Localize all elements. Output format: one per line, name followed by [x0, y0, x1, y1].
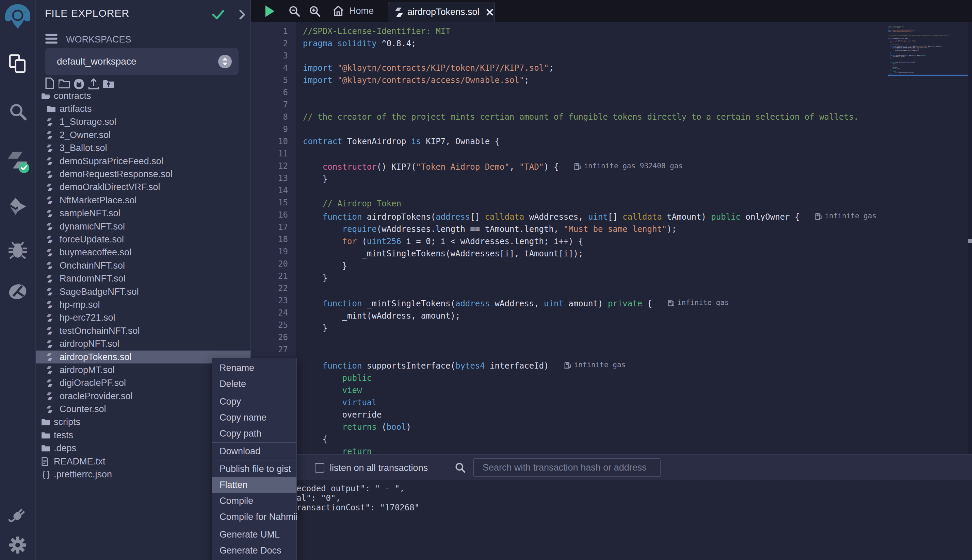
- tree-item-nftmarketplace-sol[interactable]: NftMarketPlace.sol: [36, 194, 251, 207]
- github-icon[interactable]: [73, 78, 85, 90]
- tree-item-label: airdropMT.sol: [60, 365, 115, 375]
- context-menu-item-publish-file-to-gist[interactable]: Publish file to gist: [212, 461, 296, 477]
- tab-airdroptokens[interactable]: airdropTokens.sol: [388, 2, 495, 22]
- tree-item-demosuprapricefeed-sol[interactable]: demoSupraPriceFeed.sol: [36, 155, 251, 168]
- klaytn-icon[interactable]: [0, 282, 35, 302]
- tree-item-testonchainnft-sol[interactable]: testOnchainNFT.sol: [36, 324, 251, 337]
- tree-item-airdropnft-sol[interactable]: airdropNFT.sol: [36, 337, 251, 350]
- app-logo-icon[interactable]: [0, 4, 35, 31]
- upload-file-icon[interactable]: [88, 78, 99, 90]
- deploy-run-icon[interactable]: [0, 197, 35, 216]
- terminal-toolbar: listen on all transactions: [251, 454, 972, 480]
- tree-item-buymeacoffee-sol[interactable]: buymeacoffee.sol: [36, 246, 251, 259]
- debugger-icon[interactable]: [0, 240, 35, 260]
- tree-item-label: SageBadgeNFT.sol: [60, 287, 139, 297]
- tree-item-label: 2_Owner.sol: [60, 130, 110, 140]
- editor-scrollbar-handle[interactable]: [968, 239, 972, 243]
- context-menu-item-copy[interactable]: Copy: [212, 394, 296, 410]
- tree-item-label: scripts: [54, 417, 80, 427]
- listen-transactions-checkbox[interactable]: [315, 463, 325, 473]
- sol-icon: [47, 196, 52, 204]
- tree-item-label: README.txt: [54, 456, 105, 467]
- tree-item-hp-mp-sol[interactable]: hp-mp.sol: [36, 298, 251, 311]
- sol-icon: [47, 300, 52, 309]
- tree-item-sagebadgenft-sol[interactable]: SageBadgeNFT.sol: [36, 285, 251, 298]
- gas-estimate-hint: infinite gas: [815, 210, 877, 222]
- context-menu-item-delete[interactable]: Delete: [212, 376, 296, 392]
- zoom-in-icon[interactable]: [309, 5, 321, 17]
- terminal-search-field[interactable]: [473, 458, 661, 477]
- tree-item-label: OnchainNFT.sol: [60, 260, 125, 271]
- terminal-output: "decoded output": " - ","val": "0","tran…: [286, 484, 419, 512]
- tree-item-demorequestresponse-sol[interactable]: demoRequestResponse.sol: [36, 168, 251, 180]
- plugin-manager-icon[interactable]: [0, 506, 35, 526]
- tree-item-label: .deps: [54, 443, 76, 453]
- code-editor[interactable]: 1234567891011121314151617181920212223242…: [251, 22, 972, 454]
- zoom-out-icon[interactable]: [289, 5, 300, 17]
- tree-item-label: .prettierrc.json: [54, 469, 112, 480]
- context-menu-item-copy-path[interactable]: Copy path: [212, 426, 296, 442]
- workspaces-menu-icon[interactable]: [45, 34, 57, 44]
- new-file-icon[interactable]: [45, 78, 55, 89]
- tree-item-label: buymeacoffee.sol: [60, 247, 131, 258]
- tab-home[interactable]: Home: [332, 0, 374, 22]
- tree-item-onchainnft-sol[interactable]: OnchainNFT.sol: [36, 259, 251, 272]
- tab-close-icon[interactable]: [486, 8, 494, 16]
- tree-item-label: demoRequestResponse.sol: [60, 169, 172, 180]
- tree-item-dynamicnft-sol[interactable]: dynamicNFT.sol: [36, 220, 251, 233]
- tree-item-forceupdate-sol[interactable]: forceUpdate.sol: [36, 233, 251, 246]
- tree-item-label: Counter.sol: [60, 404, 106, 415]
- context-menu-item-flatten[interactable]: Flatten: [212, 477, 296, 493]
- context-menu-item-compile-for-nahmii[interactable]: Compile for Nahmii: [212, 509, 296, 525]
- terminal-panel: listen on all transactions "decoded outp…: [251, 454, 972, 560]
- sol-icon: [47, 327, 52, 335]
- tree-item-1-storage-sol[interactable]: 1_Storage.sol: [36, 116, 251, 128]
- tree-item-demoorakldirectvrf-sol[interactable]: demoOraklDirectVRF.sol: [36, 181, 251, 194]
- tree-item-artifacts[interactable]: artifacts: [36, 102, 251, 115]
- tree-item-label: airdropNFT.sol: [60, 338, 119, 349]
- workspace-select[interactable]: default_workspace: [45, 48, 239, 75]
- sol-icon: [47, 366, 52, 374]
- gas-estimate-hint: infinite gas 932400 gas: [574, 160, 683, 172]
- sol-icon: [47, 170, 52, 178]
- tree-item-label: demoOraklDirectVRF.sol: [60, 182, 160, 192]
- settings-gear-icon[interactable]: [0, 536, 35, 554]
- context-menu-divider: [212, 393, 296, 393]
- tree-item-hp-erc721-sol[interactable]: hp-erc721.sol: [36, 312, 251, 324]
- tree-item-randomnft-sol[interactable]: RandomNFT.sol: [36, 272, 251, 285]
- context-menu-item-generate-docs[interactable]: Generate Docs: [212, 543, 296, 558]
- context-menu-divider: [212, 460, 296, 460]
- tree-item-2-owner-sol[interactable]: 2_Owner.sol: [36, 128, 251, 142]
- solidity-compiler-icon[interactable]: [0, 150, 35, 173]
- search-icon[interactable]: [0, 102, 35, 121]
- context-menu-item-generate-uml[interactable]: Generate UML: [212, 527, 296, 543]
- doc-icon: [41, 457, 49, 466]
- tree-item-label: airdropTokens.sol: [60, 352, 132, 362]
- sol-icon: [47, 379, 52, 387]
- tree-item-3-ballot-sol[interactable]: 3_Ballot.sol: [36, 142, 251, 155]
- folder-open-icon: [41, 92, 50, 100]
- upload-folder-icon[interactable]: [103, 79, 114, 88]
- check-icon: [212, 10, 225, 20]
- context-menu-item-compile[interactable]: Compile: [212, 493, 296, 509]
- sol-icon: [47, 222, 52, 230]
- tree-item-samplenft-sol[interactable]: sampleNFT.sol: [36, 207, 251, 220]
- workspace-select-arrows-icon: [218, 55, 232, 68]
- context-menu-item-copy-name[interactable]: Copy name: [212, 410, 296, 426]
- tree-item-label: RandomNFT.sol: [60, 273, 125, 284]
- tree-item-label: forceUpdate.sol: [60, 234, 124, 245]
- file-explorer-icon[interactable]: [0, 54, 35, 73]
- context-menu-item-rename[interactable]: Rename: [212, 360, 296, 376]
- workspaces-label: WORKSPACES: [66, 34, 131, 45]
- folder-icon: [41, 444, 50, 452]
- home-icon: [332, 5, 345, 17]
- context-menu-divider: [212, 526, 296, 526]
- run-script-button[interactable]: [264, 5, 276, 18]
- terminal-search-input[interactable]: [474, 459, 660, 477]
- context-menu-item-download[interactable]: Download: [212, 443, 296, 459]
- editor-scrollbar-track[interactable]: [968, 22, 972, 454]
- tree-item-contracts[interactable]: contracts: [36, 90, 251, 102]
- editor-minimap[interactable]: //SPDX-License-Identifier: MITpragma sol…: [888, 26, 969, 80]
- chevron-right-icon[interactable]: [238, 10, 246, 20]
- new-folder-icon[interactable]: [59, 79, 70, 88]
